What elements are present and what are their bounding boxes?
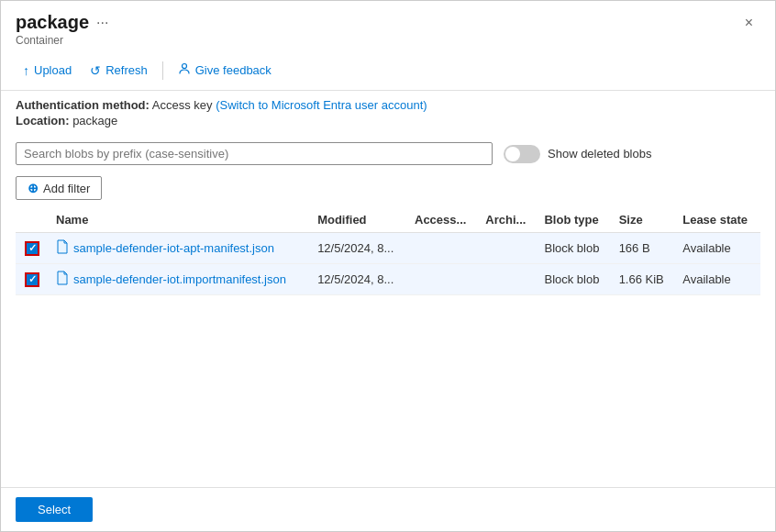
location-line: Location: package xyxy=(16,114,760,127)
col-archive[interactable]: Archi... xyxy=(478,207,537,233)
dialog-header: package ··· Container × xyxy=(1,1,775,50)
table-row: sample-defender-iot-apt-manifest.json 12… xyxy=(16,233,760,264)
search-wrapper xyxy=(16,142,493,165)
upload-icon: ↑ xyxy=(23,63,29,78)
col-modified[interactable]: Modified xyxy=(310,207,407,233)
refresh-label: Refresh xyxy=(105,63,148,77)
show-deleted-toggle[interactable] xyxy=(504,145,540,163)
auth-label: Authentication method: xyxy=(16,98,150,112)
title-row: package ··· xyxy=(16,12,108,33)
search-section: Show deleted blobs xyxy=(1,135,775,172)
filter-section: ⊕ Add filter xyxy=(1,172,775,207)
row-lease-state-1: Available xyxy=(675,264,760,295)
blob-table: Name Modified Access... Archi... Blob ty… xyxy=(16,207,760,295)
col-size[interactable]: Size xyxy=(612,207,676,233)
auth-value: Access key xyxy=(152,98,216,112)
row-archive-0 xyxy=(478,233,537,264)
search-input[interactable] xyxy=(24,147,484,161)
file-icon xyxy=(56,271,69,288)
add-filter-label: Add filter xyxy=(43,182,90,195)
add-filter-button[interactable]: ⊕ Add filter xyxy=(16,176,102,200)
select-button[interactable]: Select xyxy=(16,497,93,522)
auth-line: Authentication method: Access key (Switc… xyxy=(16,98,760,112)
dialog-subtitle: Container xyxy=(16,34,108,47)
col-access[interactable]: Access... xyxy=(407,207,478,233)
row-size-1: 1.66 KiB xyxy=(612,264,676,295)
more-options-icon[interactable]: ··· xyxy=(96,15,108,31)
toolbar: ↑ Upload ↺ Refresh Give feedback xyxy=(1,50,775,91)
upload-button[interactable]: ↑ Upload xyxy=(16,59,79,83)
row-modified-1: 12/5/2024, 8... xyxy=(310,264,407,295)
title-area: package ··· Container xyxy=(16,12,108,47)
location-value: package xyxy=(72,114,117,127)
row-size-0: 166 B xyxy=(612,233,676,264)
refresh-button[interactable]: ↺ Refresh xyxy=(83,59,155,83)
row-access-0 xyxy=(407,233,478,264)
feedback-label: Give feedback xyxy=(195,63,272,77)
row-name-1: sample-defender-iot.importmanifest.json xyxy=(49,264,310,295)
table-header-row: Name Modified Access... Archi... Blob ty… xyxy=(16,207,760,233)
col-lease-state[interactable]: Lease state xyxy=(675,207,760,233)
add-filter-icon: ⊕ xyxy=(28,181,39,195)
show-deleted-label: Show deleted blobs xyxy=(548,147,651,161)
feedback-icon xyxy=(178,62,191,78)
dialog-container: package ··· Container × ↑ Upload ↺ Refre… xyxy=(0,0,776,532)
col-checkbox xyxy=(16,207,49,233)
auth-link[interactable]: (Switch to Microsoft Entra user account) xyxy=(216,98,427,112)
row-archive-1 xyxy=(478,264,537,295)
refresh-icon: ↺ xyxy=(90,63,101,78)
table-row: sample-defender-iot.importmanifest.json … xyxy=(16,264,760,295)
row-modified-0: 12/5/2024, 8... xyxy=(310,233,407,264)
svg-point-0 xyxy=(182,64,186,69)
col-blob-type[interactable]: Blob type xyxy=(537,207,611,233)
close-button[interactable]: × xyxy=(737,12,760,34)
dialog-title: package xyxy=(16,12,89,33)
filename-link[interactable]: sample-defender-iot-apt-manifest.json xyxy=(73,241,274,255)
row-blob-type-0: Block blob xyxy=(537,233,611,264)
upload-label: Upload xyxy=(34,63,72,77)
col-name[interactable]: Name xyxy=(49,207,310,233)
footer-section: Select xyxy=(1,487,775,531)
toolbar-separator xyxy=(162,61,163,80)
row-blob-type-1: Block blob xyxy=(537,264,611,295)
file-icon xyxy=(56,239,69,257)
row-checkbox-0[interactable] xyxy=(16,233,49,264)
toggle-area: Show deleted blobs xyxy=(504,145,651,163)
info-section: Authentication method: Access key (Switc… xyxy=(1,91,775,135)
row-checkbox-1[interactable] xyxy=(16,264,49,295)
location-label: Location: xyxy=(16,114,70,127)
table-section: Name Modified Access... Archi... Blob ty… xyxy=(1,207,775,487)
row-lease-state-0: Available xyxy=(675,233,760,264)
row-access-1 xyxy=(407,264,478,295)
filename-link[interactable]: sample-defender-iot.importmanifest.json xyxy=(73,272,286,286)
row-name-0: sample-defender-iot-apt-manifest.json xyxy=(49,233,310,264)
feedback-button[interactable]: Give feedback xyxy=(171,58,279,83)
